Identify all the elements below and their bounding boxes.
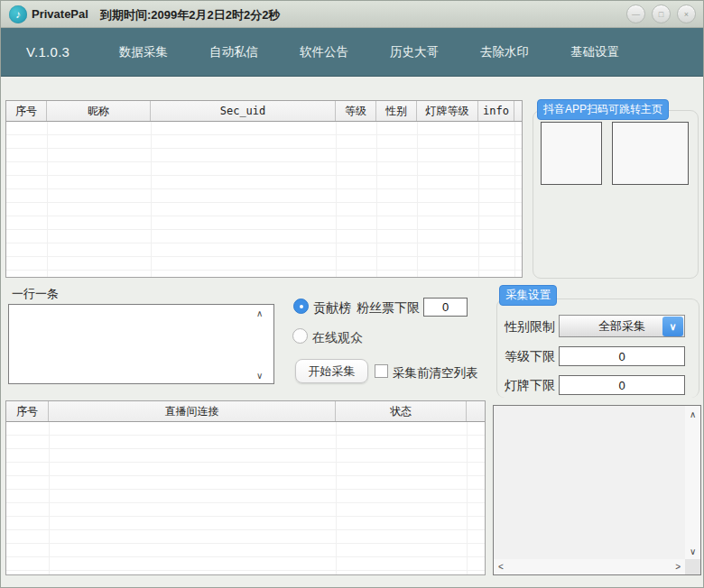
- lines-input-label: 一行一条: [12, 286, 59, 302]
- grid-line: [47, 122, 48, 277]
- fans-ticket-label: 粉丝票下限: [357, 300, 420, 317]
- minimize-icon: —: [632, 10, 640, 19]
- radio-online-viewers[interactable]: [292, 328, 308, 344]
- radio-contribution-label: 贡献榜: [313, 300, 351, 317]
- users-table-body[interactable]: [6, 122, 522, 277]
- music-note-glyph: ♪: [15, 8, 21, 21]
- lamp-limit-label: 灯牌下限: [505, 378, 555, 394]
- lamp-limit-input[interactable]: [559, 375, 685, 395]
- qr-code-placeholder-1: [541, 122, 602, 185]
- users-table-header: 序号 昵称 Sec_uid 等级 性别 灯牌等级 info: [6, 101, 522, 122]
- rooms-col-index[interactable]: 序号: [6, 401, 49, 421]
- nav-bar: V.1.0.3 数据采集 自动私信 软件公告 历史大哥 去除水印 基础设置: [1, 28, 703, 77]
- grid-line: [417, 122, 418, 277]
- gender-limit-value: 全部采集: [598, 318, 645, 335]
- level-limit-input[interactable]: [559, 346, 685, 366]
- vertical-scrollbar[interactable]: ∧ ∨: [685, 406, 700, 559]
- qr-group-label: 抖音APP扫码可跳转主页: [537, 99, 669, 120]
- textarea-scroll-up-icon[interactable]: ∧: [256, 309, 263, 318]
- textarea-scroll-down-icon[interactable]: ∨: [256, 372, 263, 381]
- nav-item-auto-message[interactable]: 自动私信: [209, 44, 300, 60]
- users-col-lamp[interactable]: 灯牌等级: [417, 101, 478, 121]
- users-col-index[interactable]: 序号: [6, 101, 47, 121]
- nav-item-announcement[interactable]: 软件公告: [300, 44, 390, 60]
- level-limit-label: 等级下限: [505, 349, 555, 365]
- nav-item-history[interactable]: 历史大哥: [390, 44, 480, 60]
- grid-line: [478, 122, 479, 277]
- grid-line: [336, 422, 337, 574]
- scrollbar-corner: [685, 559, 700, 574]
- nav-item-data-collect[interactable]: 数据采集: [119, 44, 209, 60]
- gender-limit-select[interactable]: 全部采集 ∨: [559, 315, 685, 337]
- maximize-button[interactable]: □: [652, 5, 671, 23]
- nav-items: 数据采集 自动私信 软件公告 历史大哥 去除水印 基础设置: [119, 28, 661, 76]
- rooms-col-filler: [467, 401, 485, 421]
- rooms-table-body[interactable]: [6, 422, 485, 574]
- qr-code-placeholder-2: [612, 122, 689, 185]
- users-col-secuid[interactable]: Sec_uid: [151, 101, 336, 121]
- nav-item-watermark-remove[interactable]: 去除水印: [480, 44, 570, 60]
- users-col-level[interactable]: 等级: [336, 101, 376, 121]
- grid-line: [467, 422, 468, 574]
- titlebar: ♪ PrivatePal 到期时间:2099年2月2日2时2分2秒 — □ ×: [1, 1, 703, 28]
- rooms-col-link[interactable]: 直播间连接: [49, 401, 336, 421]
- clear-before-collect-checkbox[interactable]: [375, 364, 388, 378]
- version-label: V.1.0.3: [26, 44, 69, 60]
- dropdown-chevron-icon[interactable]: ∨: [662, 317, 683, 336]
- scroll-up-icon[interactable]: ∧: [690, 409, 696, 419]
- gender-limit-label: 性别限制: [505, 319, 555, 335]
- radio-contribution-rank[interactable]: [293, 299, 309, 314]
- rooms-col-status[interactable]: 状态: [336, 401, 467, 421]
- minimize-button[interactable]: —: [626, 5, 645, 23]
- users-col-gender[interactable]: 性别: [376, 101, 417, 121]
- window-controls: — □ ×: [626, 5, 696, 23]
- app-title: PrivatePal: [32, 7, 88, 21]
- grid-line: [336, 122, 337, 277]
- rooms-table-header: 序号 直播间连接 状态: [6, 401, 485, 422]
- collect-settings-label: 采集设置: [499, 285, 557, 306]
- users-table: 序号 昵称 Sec_uid 等级 性别 灯牌等级 info: [5, 100, 523, 278]
- fans-ticket-input[interactable]: [423, 298, 468, 317]
- app-window: ♪ PrivatePal 到期时间:2099年2月2日2时2分2秒 — □ × …: [0, 0, 704, 588]
- users-col-info[interactable]: info: [478, 101, 514, 121]
- clear-checkbox-label: 采集前清空列表: [393, 365, 478, 381]
- start-collect-button[interactable]: 开始采集: [295, 359, 368, 383]
- rooms-table: 序号 直播间连接 状态: [5, 400, 486, 575]
- room-links-textarea[interactable]: [8, 304, 274, 384]
- expiry-text: 到期时间:2099年2月2日2时2分2秒: [100, 7, 280, 23]
- close-icon: ×: [684, 10, 689, 19]
- radio-online-label: 在线观众: [312, 330, 363, 346]
- close-button[interactable]: ×: [677, 5, 696, 23]
- grid-line: [376, 122, 377, 277]
- users-col-nickname[interactable]: 昵称: [47, 101, 151, 121]
- grid-line: [151, 122, 152, 277]
- horizontal-scrollbar[interactable]: < >: [494, 559, 685, 574]
- scroll-right-icon[interactable]: >: [675, 562, 681, 572]
- grid-line: [49, 422, 50, 574]
- users-col-filler: [514, 101, 522, 121]
- log-panel[interactable]: ∧ ∨ < >: [493, 405, 701, 575]
- scroll-left-icon[interactable]: <: [498, 562, 504, 572]
- scroll-down-icon[interactable]: ∨: [690, 547, 696, 556]
- maximize-icon: □: [659, 10, 663, 19]
- app-logo-icon: ♪: [9, 5, 27, 23]
- nav-item-basic-settings[interactable]: 基础设置: [570, 44, 661, 60]
- grid-line: [514, 122, 515, 277]
